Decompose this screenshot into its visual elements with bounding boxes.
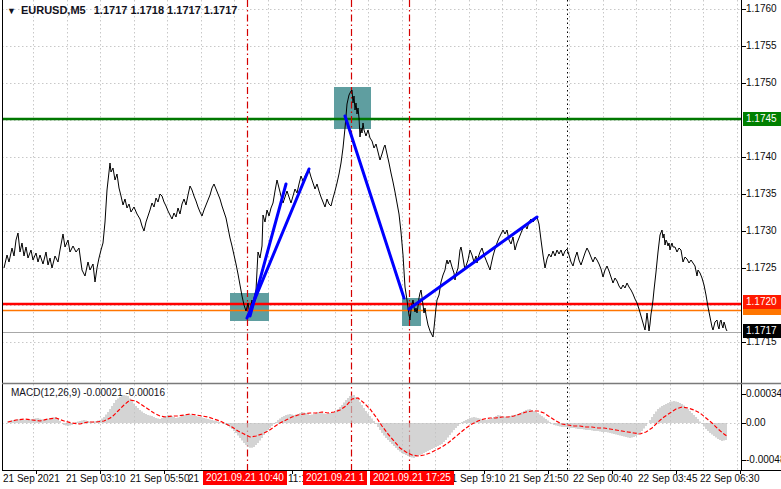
time-axis-label-highlighted: 2021.09.21 10:40 [203,471,287,485]
time-axis-label: 21 Sep 2021 [3,473,60,484]
price-axis-label: 1.1760 [746,3,777,15]
chart-canvas[interactable] [0,0,781,489]
resistance-badge: 1.1745 [743,112,781,126]
time-axis-label: 21 Sep 21:50 [509,473,569,484]
price-axis-label: 1.1730 [746,225,777,237]
trend-line[interactable] [409,217,537,309]
time-axis-label: 22 Sep 06:30 [700,473,760,484]
support-badge: 1.1720 [743,295,781,309]
ohlc-values: 1.1717 1.1718 1.1717 1.1717 [94,4,238,16]
price-axis-label: 1.1735 [746,188,777,200]
time-axis-label-highlighted: 2021.09.21 1 [303,471,367,485]
trend-line[interactable] [247,169,309,318]
price-axis-label: 1.1755 [746,40,777,52]
time-axis-label: 21 Sep 03:10 [66,473,126,484]
support-secondary-badge [743,309,781,315]
time-axis-label: 22 Sep 00:40 [573,473,633,484]
time-axis-label: 21 Sep 05:50 [130,473,190,484]
macd-axis-label: 0.00 [746,417,765,429]
time-axis-label-highlighted: 2021.09.21 17:25 [370,471,454,485]
bid-badge: 1.1717 [743,324,781,338]
time-axis-label: 21 [188,473,199,484]
trend-line[interactable] [345,116,404,298]
symbol-dropdown-icon[interactable]: ▼ [7,6,16,16]
macd-axis-label: -0.00048 [746,454,781,466]
price-axis-label: 1.1750 [746,77,777,89]
price-axis-label: 1.1740 [746,151,777,163]
symbol-period-label: EURUSD,M5 [21,4,86,16]
chart-window: ▼EURUSD,M51.1717 1.1718 1.1717 1.1717 MA… [0,0,781,489]
time-axis-label: 22 Sep 03:45 [638,473,698,484]
time-axis-label: 21 Sep 19:10 [446,473,506,484]
price-axis-label: 1.1725 [746,262,777,274]
macd-indicator-label: MACD(12,26,9) -0.00021 -0.00016 [11,387,165,398]
macd-axis-label: 0.00034 [746,388,781,400]
symbol-info-bar: ▼EURUSD,M51.1717 1.1718 1.1717 1.1717 [7,4,237,16]
